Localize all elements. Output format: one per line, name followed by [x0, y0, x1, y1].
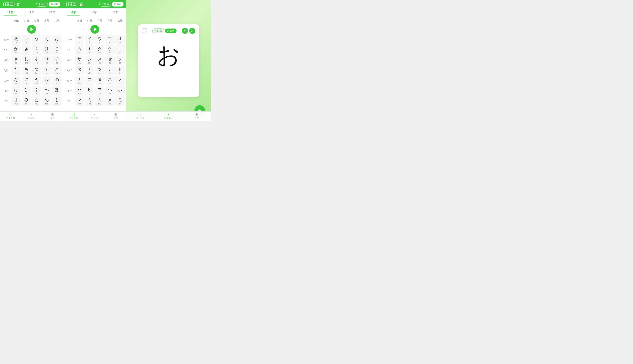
- nav-gojuon-2[interactable]: ⠿ 五十音图: [63, 113, 84, 120]
- kana-cell-panel1-0-4[interactable]: おo: [52, 35, 62, 44]
- kana-cell-panel2-5-4[interactable]: ホho: [115, 86, 125, 96]
- kana-cell-panel2-2-0[interactable]: サsa: [75, 56, 84, 65]
- kana-cell-panel1-0-2[interactable]: うu: [32, 35, 41, 44]
- kana-cell-panel1-4-3[interactable]: ねne: [42, 76, 52, 86]
- kana-cell-panel2-4-1[interactable]: ニni: [85, 76, 94, 86]
- kana-cell-panel1-5-4[interactable]: ほho: [52, 86, 62, 96]
- kana-cell-panel2-1-0[interactable]: カka: [75, 45, 84, 55]
- tab-youon-1[interactable]: 拗音: [42, 8, 63, 16]
- nav-settings-1[interactable]: ⚙ 设置: [42, 113, 63, 120]
- kana-cell-panel2-3-2[interactable]: ツtsu: [95, 66, 105, 75]
- kana-cell-panel2-6-1[interactable]: ミmi: [85, 96, 94, 106]
- nav-flashcard-3[interactable]: ▪ 记忆卡片: [155, 113, 183, 120]
- nav-flashcard-2[interactable]: ▪ 记忆卡片: [84, 113, 105, 120]
- kana-cell-panel1-4-1[interactable]: にni: [22, 76, 31, 86]
- kana-cell-panel1-2-0[interactable]: さsa: [12, 56, 21, 65]
- kana-cell-panel1-1-0[interactable]: かka: [12, 45, 21, 55]
- kana-cell-panel2-5-0[interactable]: ハha: [75, 86, 84, 96]
- fc-tab-katakana[interactable]: 片假名: [165, 28, 177, 33]
- tab-dakuon-2[interactable]: 浊音: [84, 8, 105, 16]
- kana-cell-panel2-0-4[interactable]: オo: [115, 35, 125, 44]
- pen-button[interactable]: 笔: [182, 28, 188, 34]
- kana-cell-panel2-0-2[interactable]: ウu: [95, 35, 105, 44]
- kana-cell-panel1-0-1[interactable]: いi: [22, 35, 31, 44]
- tab-seion-2[interactable]: 清音: [63, 8, 84, 16]
- table-row: は行ハhaヒhiフfuヘheホho: [65, 86, 125, 96]
- kana-cell-panel1-5-0[interactable]: はha: [12, 86, 21, 96]
- kana-cell-panel2-5-3[interactable]: ヘhe: [105, 86, 115, 96]
- play-button-1[interactable]: [27, 25, 36, 34]
- kana-cell-panel2-2-2[interactable]: スsu: [95, 56, 105, 65]
- kana-cell-panel1-3-4[interactable]: とto: [52, 66, 62, 75]
- kana-cell-panel1-5-2[interactable]: ふfu: [32, 86, 41, 96]
- kana-cell-panel1-1-1[interactable]: きki: [22, 45, 31, 55]
- kana-cell-panel2-6-4[interactable]: モmo: [115, 96, 125, 106]
- kana-cell-panel2-1-3[interactable]: ケke: [105, 45, 115, 55]
- kana-cell-panel1-3-0[interactable]: たta: [12, 66, 21, 75]
- kana-cell-panel1-3-3[interactable]: てte: [42, 66, 52, 75]
- kana-cell-panel2-4-3[interactable]: ネne: [105, 76, 115, 86]
- nav-flashcard-1[interactable]: ▪ 记忆卡片: [21, 113, 42, 120]
- tab-youon-2[interactable]: 拗音: [105, 8, 126, 16]
- kana-cell-panel2-1-2[interactable]: クku: [95, 45, 105, 55]
- kana-cell-panel2-5-1[interactable]: ヒhi: [85, 86, 94, 96]
- kana-cell-panel2-3-0[interactable]: タta: [75, 66, 84, 75]
- tab-seion-1[interactable]: 清音: [0, 8, 21, 16]
- kana-cell-panel1-6-1[interactable]: みmi: [22, 96, 31, 106]
- kana-cell-panel1-1-4[interactable]: こko: [52, 45, 62, 55]
- kana-cell-panel2-0-1[interactable]: イi: [85, 35, 94, 44]
- kana-main-panel2-3-1: チ: [85, 67, 94, 72]
- kana-cell-panel1-1-3[interactable]: けke: [42, 45, 52, 55]
- tab-dakuon-1[interactable]: 浊音: [21, 8, 42, 16]
- kana-cell-panel2-2-1[interactable]: シshi: [85, 56, 94, 65]
- kana-cell-panel1-1-2[interactable]: くku: [32, 45, 41, 55]
- kana-cell-panel1-3-2[interactable]: つtsu: [32, 66, 41, 75]
- kana-cell-panel2-3-1[interactable]: チchi: [85, 66, 94, 75]
- kana-cell-panel2-2-3[interactable]: セse: [105, 56, 115, 65]
- kana-cell-panel2-3-4[interactable]: トto: [115, 66, 125, 75]
- nav-settings-2[interactable]: ⚙ 设置: [105, 113, 126, 120]
- kana-cell-panel2-4-2[interactable]: ヌnu: [95, 76, 105, 86]
- kana-cell-panel1-2-1[interactable]: しshi: [22, 56, 31, 65]
- kana-cell-panel2-1-4[interactable]: コko: [115, 45, 125, 55]
- kana-cell-panel2-4-0[interactable]: ナna: [75, 76, 84, 86]
- hiragana-btn-2[interactable]: 平假名: [99, 2, 111, 6]
- kana-cell-panel2-4-4[interactable]: ノno: [115, 76, 125, 86]
- sound-button[interactable]: 音: [189, 28, 195, 34]
- hiragana-btn-1[interactable]: 平假名: [36, 2, 48, 6]
- kana-main-panel1-2-4: そ: [53, 57, 61, 62]
- kana-cell-panel2-3-3[interactable]: テte: [105, 66, 115, 75]
- kana-cell-panel1-2-2[interactable]: すsu: [32, 56, 41, 65]
- nav-gojuon-3[interactable]: ⠿ 五十音图: [126, 113, 155, 120]
- kana-cell-panel2-0-3[interactable]: エe: [105, 35, 115, 44]
- kana-cell-panel1-5-3[interactable]: へhe: [42, 86, 52, 96]
- kana-cell-panel2-6-0[interactable]: マma: [75, 96, 84, 106]
- katakana-btn-2[interactable]: 片假名: [112, 2, 124, 6]
- kana-cell-panel1-6-4[interactable]: もmo: [52, 96, 62, 106]
- nav-gojuon-1[interactable]: ⠿ 五十音图: [0, 113, 21, 120]
- kana-cell-panel1-6-2[interactable]: むmu: [32, 96, 41, 106]
- kana-cell-panel2-2-4[interactable]: ソso: [115, 56, 125, 65]
- kana-cell-panel2-5-2[interactable]: フfu: [95, 86, 105, 96]
- play-button-2[interactable]: [90, 25, 99, 34]
- kana-cell-panel1-2-4[interactable]: そso: [52, 56, 62, 65]
- kana-cell-panel1-6-0[interactable]: まma: [12, 96, 21, 106]
- kana-cell-panel1-5-1[interactable]: ひhi: [22, 86, 31, 96]
- fc-tab-hiragana[interactable]: 平假名: [152, 28, 164, 33]
- kana-cell-panel1-4-2[interactable]: ぬnu: [32, 76, 41, 86]
- kana-cell-panel1-3-1[interactable]: ちchi: [22, 66, 31, 75]
- kana-cell-panel1-6-3[interactable]: めme: [42, 96, 52, 106]
- header-2: 日语五十音 平假名 片假名: [63, 0, 126, 8]
- kana-cell-panel2-6-2[interactable]: ムmu: [95, 96, 105, 106]
- kana-cell-panel1-4-0[interactable]: なna: [12, 76, 21, 86]
- kana-cell-panel2-6-3[interactable]: メme: [105, 96, 115, 106]
- kana-cell-panel2-1-1[interactable]: キki: [85, 45, 94, 55]
- kana-cell-panel1-0-3[interactable]: えe: [42, 35, 52, 44]
- kana-cell-panel2-0-0[interactable]: アa: [75, 35, 84, 44]
- flashcard: 平假名 片假名 笔 音 お: [138, 24, 199, 97]
- kana-cell-panel1-4-4[interactable]: のno: [52, 76, 62, 86]
- katakana-btn-1[interactable]: 片假名: [49, 2, 60, 6]
- kana-cell-panel1-0-0[interactable]: あa: [12, 35, 21, 44]
- nav-settings-3[interactable]: ⚙ 设置: [183, 113, 211, 120]
- kana-cell-panel1-2-3[interactable]: せse: [42, 56, 52, 65]
